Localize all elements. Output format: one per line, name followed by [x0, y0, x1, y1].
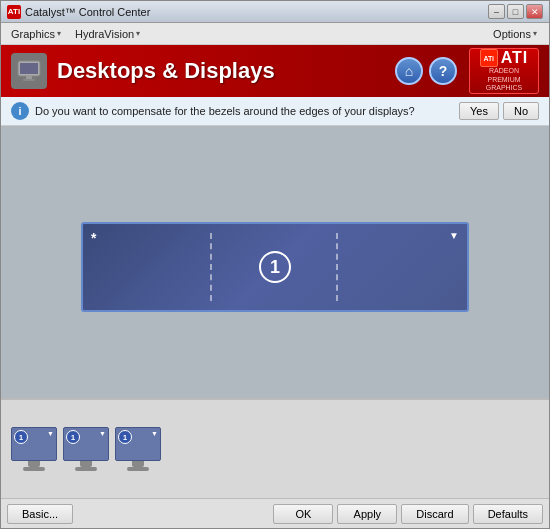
menu-left: Graphics ▾ HydraVision ▾ [5, 26, 146, 42]
monitor-base-2 [75, 467, 97, 471]
bottom-strip: 1 ▼ 1 ▼ 1 ▼ [1, 398, 549, 498]
ok-button[interactable]: OK [273, 504, 333, 524]
svg-rect-2 [26, 76, 32, 79]
apply-button[interactable]: Apply [337, 504, 397, 524]
defaults-button[interactable]: Defaults [473, 504, 543, 524]
monitor-group[interactable]: * ▼ 1 [81, 222, 469, 312]
ati-subtitle: RADEON PREMIUM GRAPHICS [486, 67, 523, 92]
help-button[interactable]: ? [429, 57, 457, 85]
options-menu[interactable]: Options ▾ [485, 26, 545, 42]
graphics-menu[interactable]: Graphics ▾ [5, 26, 67, 42]
hydravision-menu[interactable]: HydraVision ▾ [69, 26, 146, 42]
main-window: ATI Catalyst™ Control Center – □ ✕ Graph… [0, 0, 550, 529]
monitor-num-3: 1 [118, 430, 132, 444]
ati-brand: ATI [501, 49, 529, 67]
notification-bar: i Do you want to compensate for the beze… [1, 97, 549, 126]
window-title: Catalyst™ Control Center [25, 6, 150, 18]
yes-button[interactable]: Yes [459, 102, 499, 120]
close-button[interactable]: ✕ [526, 4, 543, 19]
svg-rect-3 [23, 79, 35, 81]
basic-button[interactable]: Basic... [7, 504, 73, 524]
app-icon: ATI [7, 5, 21, 19]
page-header: Desktops & Displays ⌂ ? ATi ATI RADEON P… [1, 45, 549, 97]
monitor-screen-2: 1 ▼ [63, 427, 109, 461]
ati-logo: ATi ATI RADEON PREMIUM GRAPHICS [469, 48, 539, 94]
monitor-base-1 [23, 467, 45, 471]
window-controls: – □ ✕ [488, 4, 543, 19]
discard-button[interactable]: Discard [401, 504, 468, 524]
title-bar-left: ATI Catalyst™ Control Center [7, 5, 150, 19]
monitor-star: * [91, 230, 96, 246]
display-canvas: * ▼ 1 [81, 156, 469, 378]
hydravision-menu-arrow: ▾ [136, 29, 140, 38]
no-button[interactable]: No [503, 102, 539, 120]
monitor-num-1: 1 [14, 430, 28, 444]
monitor-base-3 [127, 467, 149, 471]
info-icon: i [11, 102, 29, 120]
home-button[interactable]: ⌂ [395, 57, 423, 85]
minimize-button[interactable]: – [488, 4, 505, 19]
monitor-down-arrow-1: ▼ [47, 430, 54, 437]
graphics-menu-arrow: ▾ [57, 29, 61, 38]
options-menu-arrow: ▾ [533, 29, 537, 38]
monitor-thumb-2[interactable]: 1 ▼ [63, 427, 109, 471]
monitor-down-arrow-3: ▼ [151, 430, 158, 437]
svg-rect-1 [20, 63, 38, 74]
monitor-num-2: 1 [66, 430, 80, 444]
title-bar: ATI Catalyst™ Control Center – □ ✕ [1, 1, 549, 23]
monitor-down-arrow-2: ▼ [99, 430, 106, 437]
monitor-thumb-3[interactable]: 1 ▼ [115, 427, 161, 471]
page-title: Desktops & Displays [57, 58, 395, 84]
monitor-thumb-1[interactable]: 1 ▼ [11, 427, 57, 471]
main-content: * ▼ 1 [1, 126, 549, 398]
maximize-button[interactable]: □ [507, 4, 524, 19]
monitor-screen-1: 1 ▼ [11, 427, 57, 461]
notification-buttons: Yes No [459, 102, 539, 120]
monitor-icon [16, 58, 42, 84]
monitor-number-badge: 1 [259, 251, 291, 283]
monitor-screen-3: 1 ▼ [115, 427, 161, 461]
header-buttons: ⌂ ? ATi ATI RADEON PREMIUM GRAPHICS [395, 48, 539, 94]
menu-bar: Graphics ▾ HydraVision ▾ Options ▾ [1, 23, 549, 45]
ati-icon: ATi [480, 49, 498, 67]
monitor-dropdown-arrow[interactable]: ▼ [449, 230, 459, 241]
header-icon [11, 53, 47, 89]
button-bar: Basic... OK Apply Discard Defaults [1, 498, 549, 528]
notification-text: Do you want to compensate for the bezels… [35, 105, 415, 117]
notification-left: i Do you want to compensate for the beze… [11, 102, 415, 120]
